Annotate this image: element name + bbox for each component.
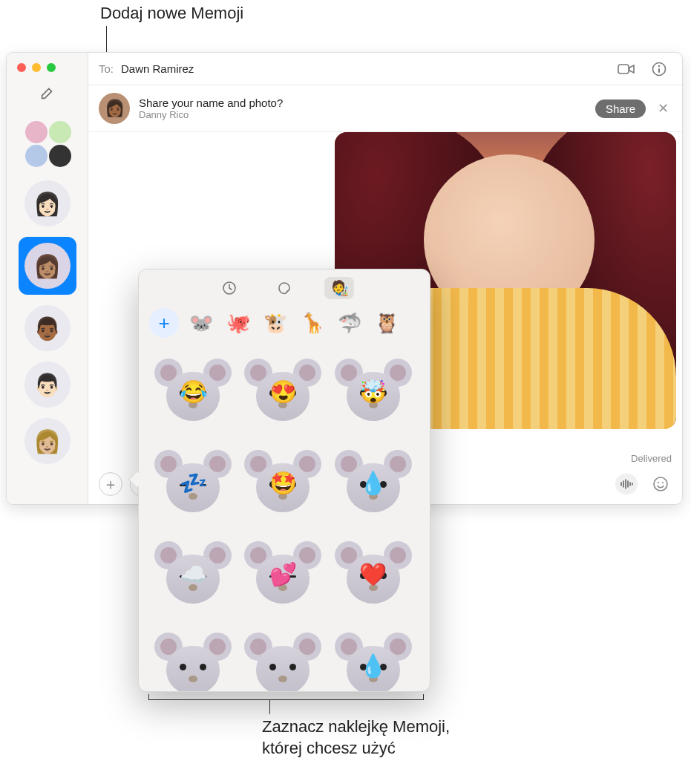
delivery-status: Delivered — [631, 453, 672, 464]
memoji-sticker-mouse-heart-eyes[interactable]: 😍 — [242, 353, 324, 431]
callout-leader — [269, 699, 270, 714]
sticker-icon — [277, 281, 292, 295]
memoji-sticker-grid[interactable]: 😂😍🤯💤🤩💧☁️💕❤️💧 — [139, 345, 430, 691]
details-button[interactable] — [646, 59, 672, 79]
share-name-banner: 👩🏾 Share your name and photo? Danny Rico… — [88, 85, 682, 132]
memoji-popover: 🧑‍🎨 + 🐭🐙🐮🦒🦈🦉 😂😍🤯💤🤩💧☁️💕❤️💧 — [138, 269, 430, 692]
emoji-picker-button[interactable] — [649, 473, 672, 495]
plus-icon: ＋ — [103, 474, 118, 494]
conversation-item[interactable]: 👩🏼 — [24, 418, 71, 464]
facetime-button[interactable] — [614, 59, 639, 79]
avatar: 👩🏻 — [24, 180, 71, 226]
share-button[interactable]: Share — [595, 99, 646, 118]
add-memoji-button[interactable]: + — [149, 308, 179, 338]
banner-avatar: 👩🏾 — [99, 93, 130, 124]
minimize-window-button[interactable] — [32, 63, 41, 72]
tab-memoji[interactable]: 🧑‍🎨 — [324, 277, 354, 299]
callout-leader — [148, 694, 149, 700]
memoji-sticker-mouse-sleeping[interactable]: 💤 — [152, 444, 234, 522]
avatar: 👩🏽 — [24, 243, 71, 289]
memoji-sticker-mouse-starstruck[interactable]: 🤩 — [242, 444, 324, 522]
to-recipient-name: Dawn Ramirez — [121, 62, 194, 75]
callout-leader — [148, 699, 423, 700]
svg-point-6 — [662, 482, 664, 483]
memoji-sticker-mouse-tear[interactable]: 💧 — [333, 444, 414, 522]
memoji-sticker-mouse-angry[interactable] — [242, 627, 324, 691]
dismiss-banner-button[interactable]: ✕ — [655, 100, 672, 117]
svg-rect-3 — [658, 68, 660, 73]
plus-icon: + — [158, 312, 169, 335]
memoji-character-octopus[interactable]: 🐙 — [223, 308, 253, 338]
clock-icon — [222, 281, 237, 295]
conversation-header: To: Dawn Ramirez — [88, 53, 682, 85]
tab-stickers[interactable] — [269, 277, 299, 299]
smiley-icon — [652, 476, 669, 492]
callout-leader — [423, 694, 424, 700]
tab-recent[interactable] — [214, 277, 244, 299]
memoji-sticker-mouse-mind-blown[interactable]: 🤯 — [333, 353, 414, 431]
waveform-icon — [620, 479, 633, 489]
memoji-character-giraffe[interactable]: 🦒 — [298, 308, 327, 338]
memoji-character-mouse[interactable]: 🐭 — [186, 308, 216, 338]
avatar: 👩🏼 — [24, 418, 71, 464]
memoji-sticker-mouse-cloud[interactable]: ☁️ — [152, 535, 234, 613]
svg-point-4 — [654, 477, 667, 491]
callout-select-sticker: Zaznacz naklejkę Memoji, której chcesz u… — [262, 716, 450, 759]
memoji-sticker-mouse-kisses[interactable]: 💕 — [242, 535, 324, 613]
memoji-icon: 🧑‍🎨 — [330, 279, 349, 297]
svg-rect-0 — [618, 65, 629, 74]
conversation-item-group[interactable] — [22, 120, 73, 170]
popover-tabs: 🧑‍🎨 — [139, 270, 430, 304]
apps-button[interactable]: ＋ — [99, 472, 122, 496]
close-window-button[interactable] — [17, 63, 26, 72]
avatar: 👨🏾 — [24, 305, 71, 351]
video-icon — [618, 62, 635, 76]
memoji-sticker-mouse-worried[interactable] — [152, 627, 234, 691]
svg-point-5 — [658, 482, 659, 483]
memoji-character-owl[interactable]: 🦉 — [372, 308, 402, 338]
window-controls — [7, 59, 56, 79]
memoji-sticker-mouse-in-love[interactable]: ❤️ — [333, 535, 414, 613]
memoji-character-shark[interactable]: 🦈 — [335, 308, 364, 338]
conversation-item[interactable]: 👨🏻 — [24, 362, 71, 408]
conversation-item[interactable]: 👩🏽 — [19, 237, 76, 295]
compose-button[interactable] — [31, 79, 64, 106]
close-icon: ✕ — [658, 101, 669, 116]
zoom-window-button[interactable] — [47, 63, 56, 72]
callout-add-memoji: Dodaj nowe Memoji — [100, 4, 243, 23]
memoji-sticker-mouse-joy[interactable]: 😂 — [152, 353, 234, 431]
memoji-characters-row: + 🐭🐙🐮🦒🦈🦉 — [139, 304, 430, 345]
banner-title: Share your name and photo? — [139, 97, 586, 109]
info-icon — [652, 62, 667, 76]
to-label: To: — [99, 62, 114, 75]
conversation-item[interactable]: 👨🏾 — [24, 305, 71, 351]
memoji-sticker-mouse-sweat[interactable]: 💧 — [333, 627, 414, 691]
conversation-item[interactable]: 👩🏻 — [24, 180, 71, 226]
svg-point-2 — [658, 65, 660, 66]
banner-subtitle: Danny Rico — [139, 109, 586, 120]
conversations-sidebar: 👩🏻👩🏽👨🏾👨🏻👩🏼 — [7, 53, 88, 504]
memoji-character-cow[interactable]: 🐮 — [261, 308, 290, 338]
compose-icon — [39, 85, 56, 101]
audio-message-button[interactable] — [615, 474, 638, 494]
avatar: 👨🏻 — [24, 362, 71, 408]
